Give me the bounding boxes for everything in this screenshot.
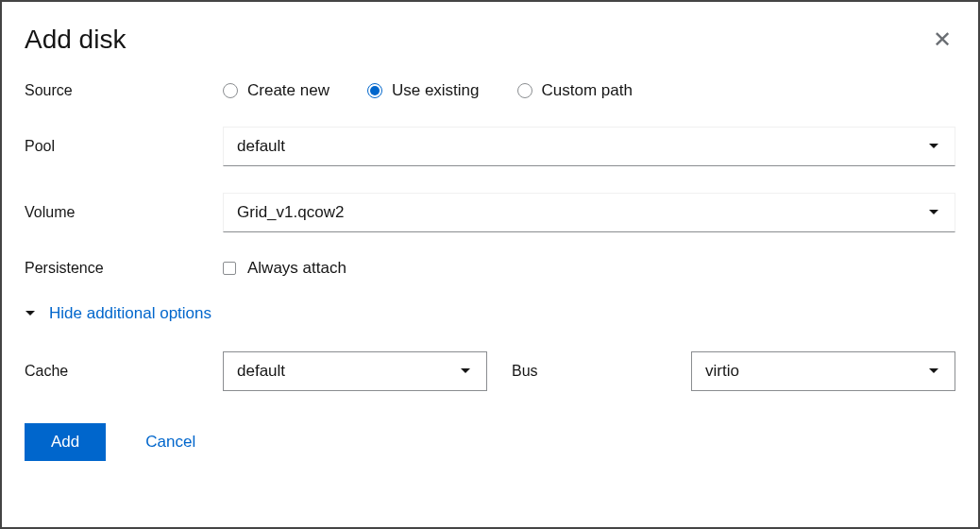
- bus-value: virtio: [705, 362, 739, 381]
- cache-bus-row: Cache default Bus virtio: [25, 351, 955, 391]
- radio-icon: [517, 83, 532, 98]
- source-radio-group: Create new Use existing Custom path: [223, 81, 633, 100]
- chevron-down-icon: [25, 310, 36, 317]
- chevron-down-icon: [460, 367, 471, 375]
- cache-label: Cache: [25, 363, 223, 380]
- radio-icon: [367, 83, 382, 98]
- radio-icon: [223, 83, 238, 98]
- volume-value: Grid_v1.qcow2: [237, 203, 344, 222]
- checkbox-icon: [223, 262, 236, 275]
- persistence-row: Persistence Always attach: [25, 259, 955, 278]
- close-icon: ✕: [933, 26, 952, 52]
- radio-label: Create new: [247, 81, 329, 100]
- dialog-header: Add disk ✕: [25, 25, 955, 55]
- cache-select[interactable]: default: [223, 351, 487, 391]
- add-disk-dialog: Add disk ✕ Source Create new Use existin…: [2, 2, 978, 484]
- bus-label: Bus: [493, 363, 691, 380]
- source-label: Source: [25, 82, 223, 99]
- cancel-button[interactable]: Cancel: [145, 433, 195, 452]
- dialog-footer: Add Cancel: [25, 423, 955, 461]
- cache-col: Cache default: [25, 351, 493, 391]
- chevron-down-icon: [928, 143, 939, 150]
- additional-options-label: Hide additional options: [49, 304, 211, 323]
- source-radio-custom-path[interactable]: Custom path: [517, 81, 633, 100]
- source-radio-create-new[interactable]: Create new: [223, 81, 329, 100]
- radio-label: Use existing: [392, 81, 480, 100]
- radio-label: Custom path: [542, 81, 633, 100]
- pool-row: Pool default: [25, 127, 955, 166]
- close-button[interactable]: ✕: [929, 26, 955, 53]
- bus-select[interactable]: virtio: [691, 351, 955, 391]
- pool-select[interactable]: default: [223, 127, 955, 166]
- volume-select[interactable]: Grid_v1.qcow2: [223, 193, 955, 232]
- add-button[interactable]: Add: [25, 423, 106, 461]
- pool-label: Pool: [25, 138, 223, 155]
- pool-value: default: [237, 137, 285, 156]
- persistence-label: Persistence: [25, 260, 223, 277]
- volume-label: Volume: [25, 204, 223, 221]
- dialog-title: Add disk: [25, 25, 126, 55]
- bus-col: Bus virtio: [493, 351, 955, 391]
- chevron-down-icon: [928, 367, 939, 375]
- cache-value: default: [237, 362, 285, 381]
- source-row: Source Create new Use existing Custom pa…: [25, 81, 955, 100]
- additional-options-toggle[interactable]: Hide additional options: [25, 304, 955, 323]
- chevron-down-icon: [928, 209, 939, 216]
- volume-row: Volume Grid_v1.qcow2: [25, 193, 955, 232]
- checkbox-label: Always attach: [247, 259, 346, 278]
- source-radio-use-existing[interactable]: Use existing: [367, 81, 480, 100]
- persistence-checkbox[interactable]: Always attach: [223, 259, 346, 278]
